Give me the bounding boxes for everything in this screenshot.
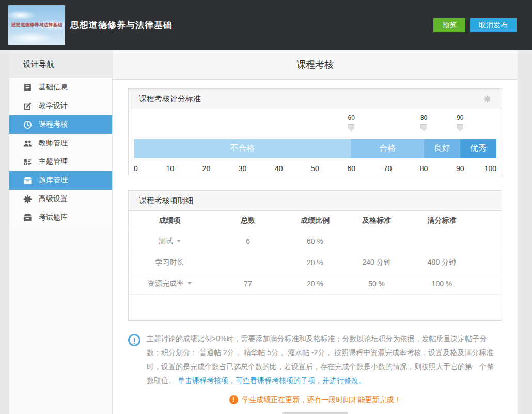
course-cover-image: 思想道德修养与法律基础 <box>8 5 65 45</box>
grading-settings-gear-icon[interactable] <box>483 95 491 103</box>
scale-tick-80: 80 <box>420 164 428 173</box>
table-row-study-duration: 学习时长20 %240 分钟480 分钟 <box>129 252 502 273</box>
cell-total <box>211 252 285 273</box>
scale-tick-100: 100 <box>484 164 496 173</box>
page-body: 设计导航 基础信息教学设计课程考核教师管理主题管理题库管理高级设置考试题库 课程… <box>0 50 532 414</box>
warning-icon: ! <box>229 395 238 404</box>
info-icon: ! <box>128 334 140 346</box>
scale-tick-40: 40 <box>275 164 283 173</box>
scale-tick-70: 70 <box>384 164 392 173</box>
sidebar: 设计导航 基础信息教学设计课程考核教师管理主题管理题库管理高级设置考试题库 <box>9 50 113 414</box>
cell-grade-item[interactable]: 学习时长 <box>129 252 211 273</box>
scale-tick-10: 10 <box>166 164 174 173</box>
cell-grade-item[interactable]: 资源完成率 <box>129 273 211 294</box>
info-note-link[interactable]: 单击课程考核项，可查看课程考核项的子项，并进行修改。 <box>178 376 366 385</box>
sidebar-item-label: 题库管理 <box>39 176 68 185</box>
cell-pass-standard: 50 % <box>345 273 409 294</box>
archive-icon <box>23 213 32 222</box>
slider-handle-marker-icon <box>420 124 427 131</box>
cancel-publish-button[interactable]: 取消发布 <box>470 18 517 32</box>
slider-handle-80[interactable]: 80 <box>420 114 427 131</box>
cell-full-standard: 480 分钟 <box>408 252 475 273</box>
sidebar-item-basic-info[interactable]: 基础信息 <box>9 78 112 97</box>
partially-visible-button[interactable] <box>282 412 348 414</box>
column-header-spacer <box>475 211 502 231</box>
info-note: ! 主题讨论的成绩比例>0%时，需要添加满分标准和及格标准；分数以论坛积分为依据… <box>128 332 502 388</box>
slider-handle-90[interactable]: 90 <box>457 114 463 131</box>
grading-panel-header: 课程考核评分标准 <box>129 89 502 109</box>
scale-tick-30: 30 <box>239 164 247 173</box>
cell-ratio: 60 % <box>285 231 345 252</box>
scale-tick-50: 50 <box>311 164 319 173</box>
cell-pass-standard: 240 分钟 <box>345 252 409 273</box>
update-warning-text: 学生成绩正在更新，还有一段时间才能更新完成！ <box>242 395 401 405</box>
dropdown-caret-icon[interactable] <box>187 282 192 285</box>
info-note-text: 主题讨论的成绩比例>0%时，需要添加满分标准和及格标准；分数以论坛积分为依据，发… <box>147 332 496 388</box>
grade-segment-label: 不合格 <box>230 143 255 154</box>
column-header: 总数 <box>211 211 285 231</box>
scale-tick-0: 0 <box>134 164 138 173</box>
column-header: 成绩比例 <box>285 211 345 231</box>
column-header: 满分标准 <box>408 211 475 231</box>
sidebar-item-label: 高级设置 <box>39 194 68 204</box>
items-panel-header: 课程考核项明细 <box>129 191 502 211</box>
assessment-items-table: 成绩项总数成绩比例及格标准满分标准 测试660 %学习时长20 %240 分钟4… <box>129 211 502 295</box>
grade-slider-scale: 0102030405060708090100 <box>134 162 496 176</box>
main-content: 课程考核 课程考核评分标准 不合格合格良好优秀 0102030405060708… <box>113 50 518 414</box>
course-title: 思想道德修养与法律基础 <box>70 19 173 31</box>
dropdown-caret-icon[interactable] <box>177 240 181 242</box>
app-root: 思想道德修养与法律基础 思想道德修养与法律基础 预览 取消发布 设计导航 基础信… <box>0 0 532 414</box>
sidebar-item-question-bank[interactable]: 题库管理 <box>9 171 112 190</box>
grading-panel-title: 课程考核评分标准 <box>139 94 201 104</box>
sidebar-item-label: 课程考核 <box>39 120 68 129</box>
course-cover-caption: 思想道德修养与法律基础 <box>8 22 65 28</box>
cell-ratio: 20 % <box>285 252 345 273</box>
topbar-actions: 预览 取消发布 <box>433 18 517 32</box>
cell-ratio: 20 % <box>285 273 345 294</box>
cell-pass-standard <box>345 231 409 252</box>
table-header-row: 成绩项总数成绩比例及格标准满分标准 <box>129 211 502 231</box>
sidebar-menu: 基础信息教学设计课程考核教师管理主题管理题库管理高级设置考试题库 <box>9 78 112 227</box>
edit-icon <box>23 102 32 111</box>
content-body: 课程考核评分标准 不合格合格良好优秀 010203040506070809010… <box>113 80 518 414</box>
document-icon <box>23 83 32 92</box>
scale-tick-20: 20 <box>202 164 211 173</box>
layout-icon <box>23 158 32 166</box>
grade-slider-bar: 不合格合格良好优秀 <box>134 139 496 158</box>
sidebar-item-label: 基础信息 <box>39 83 68 92</box>
slider-handle-value: 60 <box>348 114 355 121</box>
cell-spacer <box>475 231 502 252</box>
sidebar-item-label: 主题管理 <box>39 157 68 166</box>
sidebar-item-teaching-design[interactable]: 教学设计 <box>9 97 112 115</box>
cell-spacer <box>475 273 502 294</box>
sidebar-item-exam-question-bank[interactable]: 考试题库 <box>9 208 112 227</box>
table-row-resource-completion: 资源完成率7720 %50 %100 % <box>129 273 502 294</box>
slider-handle-value: 80 <box>420 114 427 121</box>
sidebar-item-topic-management[interactable]: 主题管理 <box>9 152 112 171</box>
assessment-table-head: 成绩项总数成绩比例及格标准满分标准 <box>129 211 502 231</box>
slider-handle-marker-icon <box>348 124 355 131</box>
items-panel-title: 课程考核项明细 <box>139 196 193 206</box>
preview-button[interactable]: 预览 <box>433 18 465 32</box>
grade-segment-label: 优秀 <box>470 143 487 154</box>
sidebar-item-label: 考试题库 <box>39 213 68 222</box>
column-header: 成绩项 <box>129 211 211 231</box>
page-title: 课程考核 <box>113 50 518 80</box>
gear-icon <box>23 195 32 204</box>
slider-handle-60[interactable]: 60 <box>348 114 355 131</box>
cell-grade-item[interactable]: 测试 <box>129 231 211 252</box>
slider-handle-marker-icon <box>457 124 463 131</box>
grade-segment-excellent: 优秀 <box>460 139 496 158</box>
cell-full-standard: 100 % <box>408 273 475 294</box>
sidebar-title: 设计导航 <box>9 50 112 78</box>
sidebar-item-course-assessment[interactable]: 课程考核 <box>9 115 112 134</box>
sidebar-item-teacher-management[interactable]: 教师管理 <box>9 134 112 152</box>
archive-icon <box>23 176 32 185</box>
grade-segment-label: 合格 <box>379 143 396 154</box>
slider-handle-value: 90 <box>457 114 463 121</box>
grade-segment-fail: 不合格 <box>134 139 351 158</box>
grade-segment-label: 良好 <box>434 143 450 154</box>
column-header: 及格标准 <box>345 211 409 231</box>
sidebar-item-advanced-settings[interactable]: 高级设置 <box>9 190 112 208</box>
scale-tick-60: 60 <box>347 164 355 173</box>
